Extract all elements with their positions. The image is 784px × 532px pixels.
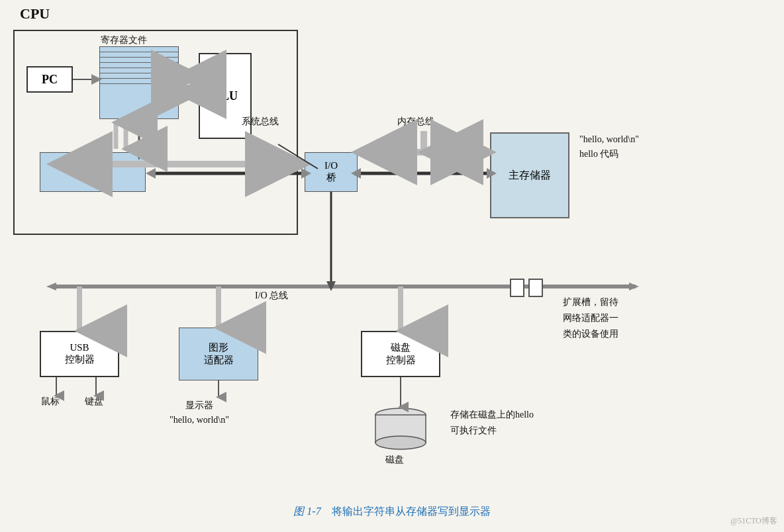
figure-number: 图 1-7 <box>293 506 320 517</box>
expansion-text: 扩展槽，留待 网络适配器一 类的设备使用 <box>563 294 618 341</box>
disk-storage-text: 存储在磁盘上的hello 可执行文件 <box>450 407 534 439</box>
memory-bus-label: 内存总线 <box>397 116 434 128</box>
io-bus-label: I/O 总线 <box>255 290 288 302</box>
watermark: @51CTO博客 <box>730 515 777 527</box>
pc-box: PC <box>26 66 73 93</box>
diagram: CPU 寄存器文件 PC ALU 总线接口 I/O桥 主存储器 "hello, … <box>0 0 784 532</box>
cpu-label: CPU <box>20 5 50 22</box>
slot-rect-2 <box>528 279 543 297</box>
disk-controller: 磁盘控制器 <box>361 331 440 377</box>
svg-point-2 <box>375 436 426 449</box>
memory-text: "hello, world\n" hello 代码 <box>579 132 639 162</box>
io-bridge: I/O桥 <box>305 152 358 192</box>
usb-controller: USB控制器 <box>40 331 119 377</box>
io-bridge-text: I/O桥 <box>324 160 338 184</box>
mouse-label: 鼠标 <box>41 396 60 408</box>
figure-caption: 图 1-7 将输出字符串从存储器写到显示器 <box>293 505 490 519</box>
system-bus-label: 系统总线 <box>242 116 279 128</box>
disk-label: 磁盘 <box>385 454 404 466</box>
register-file-label-above: 寄存器文件 <box>101 34 147 46</box>
monitor-label: 显示器 "hello, world\n" <box>170 398 229 428</box>
disk-cylinder <box>374 407 427 450</box>
graphics-adapter: 图形适配器 <box>179 328 258 380</box>
keyboard-label: 键盘 <box>85 396 103 408</box>
expansion-slots <box>510 278 556 298</box>
register-file <box>99 46 179 119</box>
figure-caption-text: 将输出字符串从存储器写到显示器 <box>332 506 491 517</box>
bus-interface: 总线接口 <box>40 152 146 192</box>
slot-rect-1 <box>510 279 524 297</box>
main-memory: 主存储器 <box>490 132 569 218</box>
